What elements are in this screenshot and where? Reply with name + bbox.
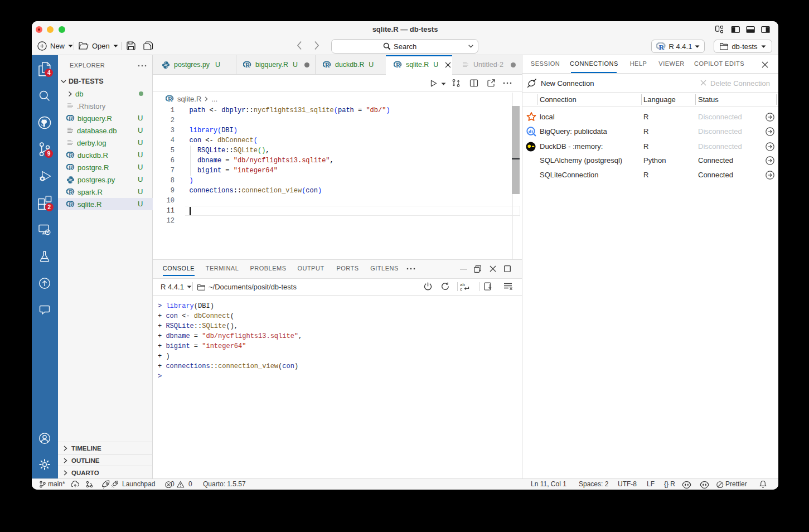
svg-text:c: c — [460, 287, 462, 291]
svg-text:R: R — [168, 96, 173, 102]
svg-text:R: R — [245, 62, 250, 68]
svg-text:R: R — [69, 201, 74, 207]
svg-text:R: R — [69, 152, 74, 158]
svg-text:R: R — [69, 189, 74, 195]
svg-text:R: R — [325, 62, 330, 68]
svg-text:R: R — [69, 165, 74, 171]
svg-text:R: R — [69, 115, 74, 122]
svg-text:R: R — [396, 62, 401, 68]
svg-text:R: R — [658, 43, 664, 50]
